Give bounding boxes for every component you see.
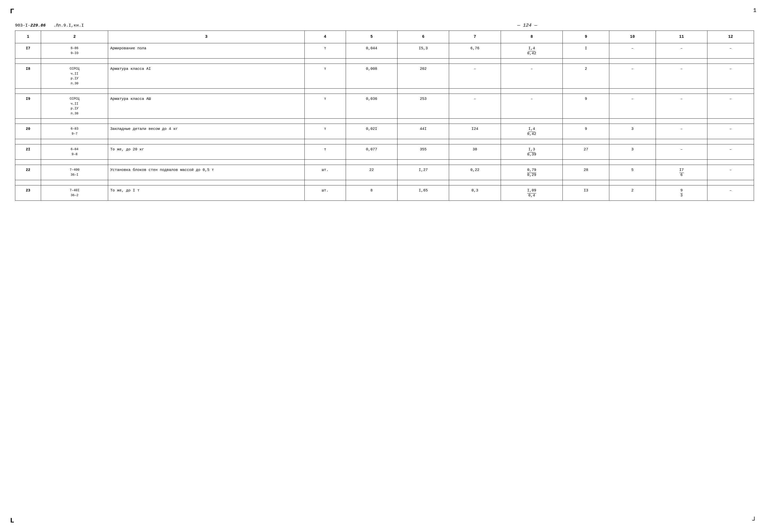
cell-col12: – xyxy=(707,165,754,180)
spacer-row xyxy=(15,180,754,185)
header: 903-I-229.86 .Лл.9.I,кн.I — 124 — xyxy=(15,23,754,28)
cell-unit: т xyxy=(304,64,346,89)
cell-col5: 0,077 xyxy=(346,144,397,160)
cell-col8: I,090,4 xyxy=(501,185,563,201)
cell-col10: – xyxy=(609,43,656,59)
cell-desc: То же, до 20 кг xyxy=(108,144,304,160)
cell-col11: – xyxy=(656,94,707,119)
cell-col9: 2 xyxy=(563,64,609,89)
cell-col6: 253 xyxy=(398,94,449,119)
cell-desc: Арматура класса АI xyxy=(108,64,304,89)
cell-col7: 0,3 xyxy=(449,185,501,201)
cell-unit: т xyxy=(304,124,346,139)
col-header-6: 6 xyxy=(398,31,449,43)
cell-col7: I24 xyxy=(449,124,501,139)
cell-col6: I,27 xyxy=(398,165,449,180)
cell-ref: 6–84 9–8 xyxy=(41,144,108,160)
cell-col12: – xyxy=(707,94,754,119)
cell-col5: 0,044 xyxy=(346,43,397,59)
cell-ref: 7–400 36–I xyxy=(41,165,108,180)
table-row: 2I6–84 9–8То же, до 20 кгт0,07735538I,30… xyxy=(15,144,754,160)
cell-desc: Армирование пола xyxy=(108,43,304,59)
cell-desc: То же, до I т xyxy=(108,185,304,201)
cell-col5: 8 xyxy=(346,185,397,201)
cell-unit: шт. xyxy=(304,185,346,201)
doc-ref: .Лл.9.I,кн.I xyxy=(53,23,84,28)
cell-col5: 0,008 xyxy=(346,64,397,89)
cell-col9: 27 xyxy=(563,144,609,160)
cell-col6: 202 xyxy=(398,64,449,89)
cell-col12: – xyxy=(707,185,754,201)
cell-desc: Закладные детали весом до 4 кг xyxy=(108,124,304,139)
spacer-row xyxy=(15,59,754,64)
cell-col12: – xyxy=(707,64,754,89)
col-header-11: 11 xyxy=(656,31,707,43)
cell-unit: шт. xyxy=(304,165,346,180)
cell-ref: 7–40I 36–2 xyxy=(41,185,108,201)
cell-col6: I5,3 xyxy=(398,43,449,59)
col-header-7: 7 xyxy=(449,31,501,43)
cell-col8: I,40,42 xyxy=(501,43,563,59)
table-row: 227–400 36–IУстановка блоков стен подвал… xyxy=(15,165,754,180)
spacer-row xyxy=(15,89,754,94)
cell-col11: – xyxy=(656,64,707,89)
corner-tl: Г xyxy=(10,8,14,15)
cell-col11: – xyxy=(656,144,707,160)
cell-unit: т xyxy=(304,144,346,160)
cell-id: 23 xyxy=(15,185,41,201)
spacer-row xyxy=(15,160,754,165)
col-header-2: 2 xyxy=(41,31,108,43)
cell-col8: – xyxy=(501,94,563,119)
table-row: 237–40I 36–2То же, до I тшт.8I,650,3I,09… xyxy=(15,185,754,201)
cell-ref: 6–86 9–IO xyxy=(41,43,108,59)
cell-col10: 5 xyxy=(609,165,656,180)
cell-col10: – xyxy=(609,94,656,119)
col-header-5: 5 xyxy=(346,31,397,43)
cell-col5: 0,036 xyxy=(346,94,397,119)
cell-col8: – xyxy=(501,64,563,89)
spacer-row xyxy=(15,119,754,124)
cell-col5: 0,02I xyxy=(346,124,397,139)
cell-unit: т xyxy=(304,94,346,119)
cell-id: I8 xyxy=(15,64,41,89)
col-header-3: 3 xyxy=(108,31,304,43)
spacer-row xyxy=(15,139,754,144)
cell-ref: ССРСЦ ч.II р.IУ п.30 xyxy=(41,64,108,89)
cell-col11: – xyxy=(656,124,707,139)
cell-col10: 3 xyxy=(609,124,656,139)
cell-col9: 9 xyxy=(563,124,609,139)
table-row: I8ССРСЦ ч.II р.IУ п.30Арматура класса АI… xyxy=(15,64,754,89)
cell-col11: I76 xyxy=(656,165,707,180)
cell-id: 22 xyxy=(15,165,41,180)
cell-id: 2I xyxy=(15,144,41,160)
cell-col8: I,40,42 xyxy=(501,124,563,139)
cell-col12: – xyxy=(707,43,754,59)
corner-bl: L xyxy=(10,517,14,524)
cell-id: I9 xyxy=(15,94,41,119)
cell-col9: 28 xyxy=(563,165,609,180)
cell-col7: – xyxy=(449,64,501,89)
page: Г 1 L ┘ 903-I-229.86 .Лл.9.I,кн.I — 124 … xyxy=(0,0,769,532)
cell-ref: 6–83 9–7 xyxy=(41,124,108,139)
cell-col7: 38 xyxy=(449,144,501,160)
cell-col11: – xyxy=(656,43,707,59)
table-header-row: 1 2 3 4 5 6 7 8 9 10 11 12 xyxy=(15,31,754,43)
cell-desc: Установка блоков стен подвалов массой до… xyxy=(108,165,304,180)
table-row: I76–86 9–IOАрмирование полат0,044I5,36,7… xyxy=(15,43,754,59)
cell-ref: ССРСЦ ч.II р.IУ п.38 xyxy=(41,94,108,119)
table-row: I9ССРСЦ ч.II р.IУ п.38Арматура класса АШ… xyxy=(15,94,754,119)
col-header-4: 4 xyxy=(304,31,346,43)
cell-col9: I3 xyxy=(563,185,609,201)
col-header-1: 1 xyxy=(15,31,41,43)
cell-col7: – xyxy=(449,94,501,119)
cell-col7: 6,76 xyxy=(449,43,501,59)
cell-col5: 22 xyxy=(346,165,397,180)
table-row: 206–83 9–7Закладные детали весом до 4 кг… xyxy=(15,124,754,139)
cell-col6: I,65 xyxy=(398,185,449,201)
col-header-8: 8 xyxy=(501,31,563,43)
cell-id: 20 xyxy=(15,124,41,139)
main-table: 1 2 3 4 5 6 7 8 9 10 11 12 I76–86 9–IOАр… xyxy=(15,31,754,201)
corner-tr: 1 xyxy=(753,8,756,14)
cell-col8: I,30,39 xyxy=(501,144,563,160)
page-number: — 124 — xyxy=(517,23,537,28)
